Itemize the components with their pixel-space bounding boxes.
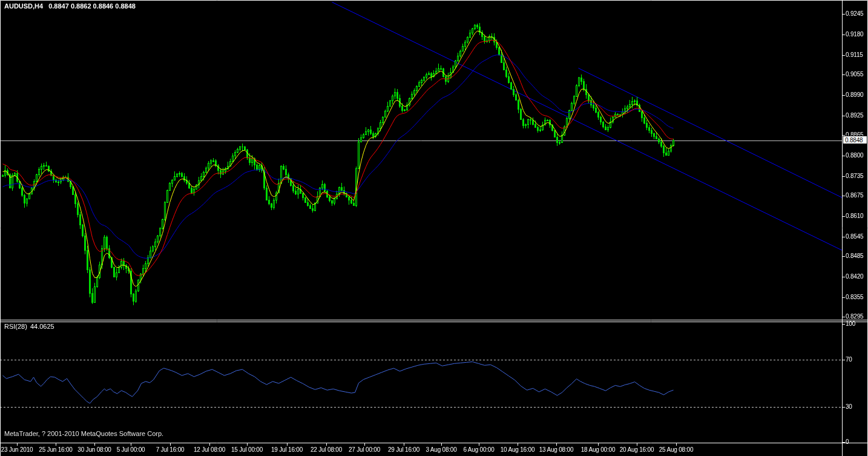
chart-title: AUDUSD,H40.8847 0.8862 0.8846 0.8848 (4, 2, 136, 10)
rsi-indicator-label: RSI(28)44.0625 (4, 323, 54, 330)
copyright-watermark: MetaTrader, ? 2001-2010 MetaQuotes Softw… (4, 430, 163, 437)
price-tick-label: 0.9115 (846, 51, 863, 59)
symbol-period-label: AUDUSD,H4 (4, 2, 43, 10)
price-tick-label: 0.9055 (846, 71, 863, 78)
rsi-value: 44.0625 (30, 323, 54, 330)
chart-canvas[interactable] (0, 0, 868, 456)
time-tick-label: 23 Jun 2010 (1, 446, 33, 454)
chart-window: AUDUSD,H40.8847 0.8862 0.8846 0.8848 RSI… (0, 0, 868, 456)
price-tick-label: 0.8420 (846, 273, 863, 280)
price-tick-label: 0.8355 (846, 294, 863, 301)
price-tick-label: 0.8545 (846, 233, 863, 240)
time-tick-label: 13 Aug 08:00 (539, 446, 574, 454)
time-tick-label: 19 Jul 16:00 (271, 446, 303, 454)
time-tick-label: 22 Jul 08:00 (311, 446, 342, 454)
time-tick-label: 25 Aug 08:00 (659, 446, 694, 454)
time-tick-label: 7 Jul 16:00 (156, 446, 185, 454)
time-tick-label: 3 Aug 08:00 (426, 446, 456, 454)
price-tick-label: 0.8485 (846, 253, 863, 260)
time-tick-label: 29 Jul 16:00 (388, 446, 419, 454)
current-price-badge: 0.8848 (843, 136, 867, 144)
price-tick-label: 0.8675 (846, 192, 863, 199)
rsi-tick-label: 30 (846, 403, 852, 411)
time-tick-label: 6 Aug 00:00 (463, 446, 494, 454)
price-tick-label: 0.8800 (846, 152, 863, 159)
time-tick-label: 12 Jul 08:00 (194, 446, 225, 454)
time-tick-label: 25 Jun 16:00 (39, 446, 72, 454)
time-tick-label: 30 Jun 08:00 (77, 446, 111, 454)
rsi-tick-label: 70 (846, 356, 852, 363)
price-tick-label: 0.9180 (846, 31, 863, 38)
time-tick-label: 10 Aug 16:00 (501, 446, 535, 454)
price-tick-label: 0.8610 (846, 213, 863, 220)
price-tick-label: 0.8925 (846, 112, 863, 119)
rsi-tick-label: 100 (846, 320, 855, 328)
price-tick-label: 0.8735 (846, 173, 863, 180)
ohlc-values: 0.8847 0.8862 0.8846 0.8848 (48, 2, 136, 10)
time-tick-label: 18 Aug 00:00 (581, 446, 616, 454)
price-tick-label: 0.8295 (846, 313, 863, 320)
time-tick-label: 20 Aug 16:00 (620, 446, 654, 454)
price-tick-label: 0.8990 (846, 91, 863, 99)
time-tick-label: 27 Jul 00:00 (349, 446, 380, 454)
rsi-tick-label: 0 (846, 438, 849, 446)
time-tick-label: 5 Jul 00:00 (117, 446, 145, 454)
price-tick-label: 0.9245 (846, 10, 863, 18)
rsi-name: RSI(28) (4, 323, 27, 330)
time-tick-label: 15 Jul 00:00 (231, 446, 263, 454)
